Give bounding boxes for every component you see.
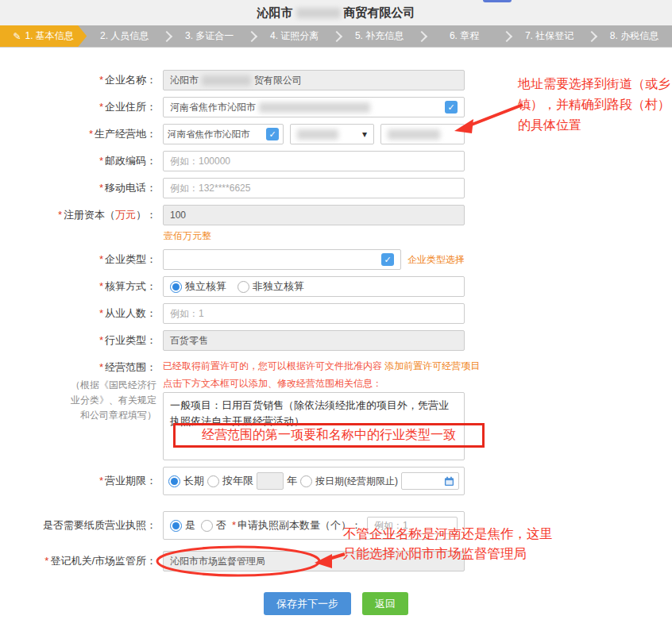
authority-field: 沁阳市市场监督管理局 <box>163 551 465 571</box>
business-term-box: 长期 按年限 年 按日期(经营期限止) <box>163 467 465 495</box>
tab-label: 6. 章程 <box>450 29 479 43</box>
postcode-label: *邮政编码： <box>0 151 163 171</box>
option-term-years[interactable]: 按年限 <box>207 474 253 488</box>
chevron-separator-icon <box>246 30 257 41</box>
employees-label: *从业人数： <box>0 303 163 324</box>
required-asterisk: * <box>99 334 103 346</box>
form-actions: 保存并下一步 返回 <box>0 592 672 615</box>
company-address-row: *企业住所： 河南省焦作市沁阳市 ✓ <box>0 97 672 117</box>
business-place-input[interactable]: 河南省焦作市沁阳市 ✓ <box>163 124 284 144</box>
add-pre-license-link[interactable]: 添加前置许可经营项目 <box>384 360 480 371</box>
tab-supplementary-info[interactable]: 5. 补充信息 <box>342 25 417 47</box>
paper-license-label: 是否需要纸质营业执照： <box>0 511 163 540</box>
radio-unchecked-icon[interactable] <box>201 520 213 532</box>
tab-personnel-info[interactable]: 2. 人员信息 <box>87 25 162 47</box>
tab-social-security[interactable]: 7. 社保登记 <box>512 25 587 47</box>
redacted-text <box>388 129 440 140</box>
basic-info-form: *企业名称： 沁阳市 贸有限公司 *企业住所： 河南省焦作市沁阳市 ✓ <box>0 48 672 615</box>
paper-license-box: 是 否 *申请执照副本数量（个）： <box>163 511 465 540</box>
tab-tax-info[interactable]: 8. 办税信息 <box>597 25 672 47</box>
accounting-label: *核算方式： <box>0 276 163 297</box>
employees-input[interactable] <box>163 303 465 324</box>
radio-checked-icon[interactable] <box>168 475 180 487</box>
capital-label: *注册资本（万元）： <box>0 205 163 243</box>
authority-label: *登记机关/市场监管所： <box>0 551 163 571</box>
business-scope-row: *经营范围： （根据《国民经济行 业分类》、有关规定 和公司章程填写） 已经取得… <box>0 357 672 460</box>
company-name-field: 沁阳市 贸有限公司 <box>163 70 465 90</box>
page-title: 沁阳市 商贸有限公司 <box>0 0 672 25</box>
back-button[interactable]: 返回 <box>362 592 408 615</box>
required-asterisk: * <box>99 361 103 373</box>
required-asterisk: * <box>99 475 103 487</box>
accounting-options-box: 独立核算 非独立核算 <box>163 276 465 297</box>
business-scope-label: *经营范围： （根据《国民经济行 业分类》、有关规定 和公司章程填写） <box>0 357 163 460</box>
option-paper-no[interactable]: 否 <box>201 518 226 533</box>
company-name-label: *企业名称： <box>0 70 163 90</box>
mobile-input[interactable] <box>163 178 465 198</box>
required-asterisk: * <box>232 519 236 531</box>
year-unit-label: 年 <box>287 474 297 488</box>
tab-articles[interactable]: 6. 章程 <box>427 25 502 47</box>
address-picker-icon[interactable]: ✓ <box>445 101 458 114</box>
tab-cert-separation[interactable]: 4. 证照分离 <box>257 25 332 47</box>
tab-label: 5. 补充信息 <box>355 29 404 43</box>
option-paper-yes[interactable]: 是 <box>170 518 195 533</box>
copies-label: *申请执照副本数量（个）： <box>232 518 361 533</box>
save-next-button[interactable]: 保存并下一步 <box>264 592 351 615</box>
redacted-text <box>202 75 251 86</box>
term-end-date-input[interactable] <box>401 472 459 490</box>
postcode-input[interactable] <box>163 151 465 171</box>
required-asterisk: * <box>99 280 103 292</box>
scope-tip-1: 已经取得前置许可的，您可以根据许可文件批准内容 添加前置许可经营项目 <box>163 357 465 375</box>
copies-input[interactable] <box>367 517 458 534</box>
accounting-row: *核算方式： 独立核算 非独立核算 <box>0 276 672 297</box>
company-address-input[interactable]: 河南省焦作市沁阳市 ✓ <box>163 97 465 117</box>
redacted-company-name <box>296 8 341 18</box>
redacted-text <box>297 129 338 140</box>
company-title-prefix: 沁阳市 <box>257 6 293 21</box>
tab-label: 4. 证照分离 <box>270 29 319 43</box>
industry-field: 百货零售 <box>163 330 465 351</box>
mobile-row: *移动电话： <box>0 178 672 198</box>
paper-license-row: 是否需要纸质营业执照： 是 否 *申请执照副本数量（个）： <box>0 511 672 540</box>
capital-field: 100 <box>163 205 465 225</box>
tab-basic-info[interactable]: ✎ 1. 基本信息 <box>0 25 87 47</box>
tab-label: 7. 社保登记 <box>525 29 574 43</box>
tab-multi-cert[interactable]: 3. 多证合一 <box>172 25 247 47</box>
required-asterisk: * <box>58 209 62 221</box>
radio-unchecked-icon[interactable] <box>238 281 249 293</box>
place-picker-icon[interactable]: ✓ <box>266 128 279 140</box>
company-type-row: *企业类型： ✓ 企业类型选择 <box>0 249 672 270</box>
radio-checked-icon[interactable] <box>170 520 182 532</box>
required-asterisk: * <box>89 128 93 140</box>
town-select[interactable]: ▾ <box>290 124 374 144</box>
term-years-input[interactable] <box>257 472 284 490</box>
option-term-long[interactable]: 长期 <box>168 474 204 488</box>
radio-unchecked-icon[interactable] <box>300 475 312 487</box>
chevron-separator-icon <box>586 30 597 41</box>
authority-row: *登记机关/市场监管所： 沁阳市市场监督管理局 <box>0 551 672 571</box>
type-picker-icon[interactable]: ✓ <box>381 253 394 266</box>
option-dependent-accounting[interactable]: 非独立核算 <box>238 279 304 294</box>
village-input[interactable] <box>380 124 465 144</box>
top-notch-decoration <box>483 0 512 2</box>
scope-tip-2: 点击下方文本框可以添加、修改经营范围相关信息： <box>163 375 465 392</box>
company-type-input[interactable]: ✓ <box>163 249 401 270</box>
industry-label: *行业类型： <box>0 330 163 351</box>
required-asterisk: * <box>99 307 103 319</box>
tab-label: 2. 人员信息 <box>100 29 149 43</box>
step-tabs: ✎ 1. 基本信息 2. 人员信息 3. 多证合一 4. 证照分离 5. 补充信… <box>0 25 672 48</box>
chevron-separator-icon <box>416 30 427 41</box>
radio-unchecked-icon[interactable] <box>207 475 219 487</box>
mobile-label: *移动电话： <box>0 178 163 198</box>
chevron-separator-icon <box>331 30 342 41</box>
radio-checked-icon[interactable] <box>170 281 182 293</box>
company-address-label: *企业住所： <box>0 97 163 117</box>
option-independent-accounting[interactable]: 独立核算 <box>170 279 226 294</box>
required-asterisk: * <box>99 253 103 265</box>
company-type-select-link[interactable]: 企业类型选择 <box>407 253 465 267</box>
industry-row: *行业类型： 百货零售 <box>0 330 672 351</box>
redacted-text <box>259 102 370 113</box>
option-term-date[interactable]: 按日期(经营期限止) <box>300 475 398 488</box>
business-scope-textarea[interactable]: 一般项目：日用百货销售（除依法须经批准的项目外，凭营业执照依法自主开展经营活动） <box>163 392 465 460</box>
